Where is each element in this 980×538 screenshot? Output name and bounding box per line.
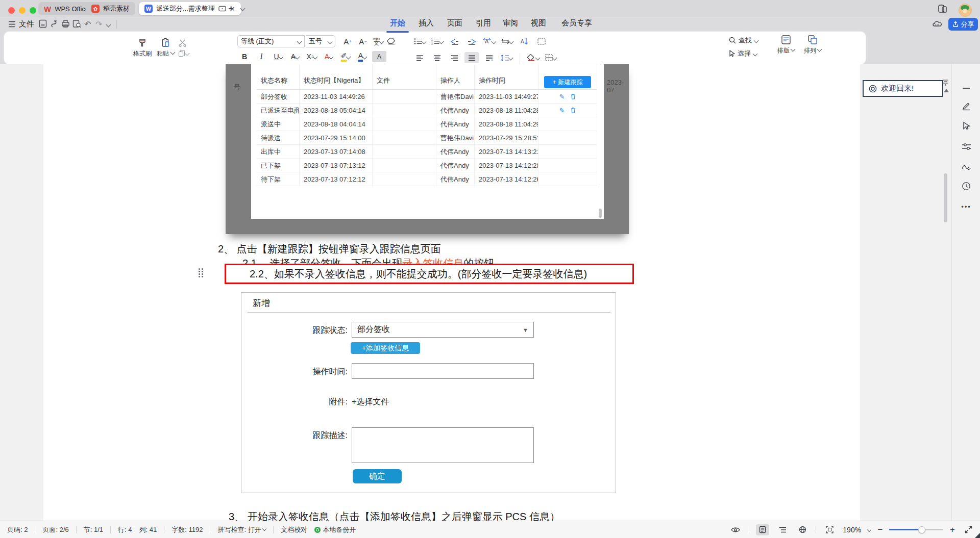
align-center-icon[interactable] [430, 52, 444, 63]
increase-font-icon[interactable]: A+ [340, 36, 355, 47]
margin-adjust-icon[interactable] [942, 80, 949, 86]
tab-list-chevron-icon[interactable] [240, 6, 246, 11]
underline-icon[interactable]: U [271, 51, 285, 62]
menu-tab-review[interactable]: 审阅 [503, 18, 518, 28]
arrange-button[interactable]: 排列 [801, 34, 824, 56]
close-window-button[interactable] [8, 7, 15, 14]
paragraph-drag-handle-icon[interactable] [199, 268, 204, 279]
status-proofread[interactable]: 文档校对 [281, 525, 307, 534]
choose-file-button[interactable]: +选择文件 [352, 397, 389, 407]
bullet-list-icon[interactable] [412, 36, 427, 47]
font-color-icon[interactable]: A [355, 51, 370, 62]
line-spacing-icon[interactable] [499, 52, 513, 63]
font-family-select[interactable]: 等线 (正文) [237, 35, 305, 47]
sort-icon[interactable]: A [517, 36, 531, 47]
zoom-window-button[interactable] [30, 7, 36, 14]
collapse-panel-icon[interactable] [959, 81, 974, 96]
cut-icon[interactable] [178, 39, 187, 47]
borders-icon[interactable] [544, 52, 558, 63]
zoom-out-button[interactable]: − [877, 525, 883, 535]
web-view-icon[interactable] [796, 524, 809, 535]
document-page[interactable]: 号 2023-07 状态名称 状态时间【Nigeria】 文件 操作人 操作时间… [43, 64, 860, 521]
clear-format-icon[interactable] [386, 37, 397, 45]
decrease-font-icon[interactable]: A− [356, 36, 370, 47]
align-left-icon[interactable] [412, 52, 427, 63]
menu-tab-insert[interactable]: 插入 [419, 18, 434, 28]
text-direction-icon[interactable]: A [482, 36, 497, 47]
paste-button[interactable]: 粘贴 [154, 37, 177, 59]
menu-tab-member[interactable]: 会员专享 [561, 18, 592, 28]
character-spacing-icon[interactable] [500, 36, 514, 47]
character-shading-icon[interactable]: A [372, 51, 386, 62]
pen-tools-icon[interactable] [959, 98, 974, 113]
select-button[interactable]: 选择 [729, 49, 757, 58]
fit-page-icon[interactable] [823, 524, 836, 535]
layout-button[interactable]: 排版 [775, 34, 797, 56]
tracking-status-select[interactable]: 部分签收 ▼ [352, 322, 534, 338]
numbered-list-icon[interactable]: 123 [430, 36, 444, 47]
outline-view-icon[interactable] [776, 524, 789, 535]
hamburger-menu-icon[interactable] [8, 21, 16, 28]
undo-icon[interactable]: ↶ [84, 19, 91, 29]
copy-button[interactable] [178, 50, 189, 57]
tab-current-document[interactable]: W 派送部分...需求整理 ✕ [139, 2, 241, 15]
print-preview-icon[interactable] [72, 19, 81, 28]
superscript-icon[interactable]: X2 [305, 51, 319, 62]
new-tab-button[interactable]: + [228, 3, 234, 14]
zoom-in-button[interactable]: + [950, 525, 955, 535]
menu-tab-view[interactable]: 视图 [531, 18, 546, 28]
operation-time-input[interactable] [352, 363, 534, 379]
increase-indent-icon[interactable] [464, 36, 479, 47]
share-button[interactable]: 分享 [948, 18, 978, 31]
show-marks-icon[interactable] [534, 36, 549, 47]
italic-icon[interactable]: I [254, 51, 268, 62]
menu-tab-page[interactable]: 页面 [447, 18, 462, 28]
print-icon[interactable] [61, 19, 70, 28]
signature-doodle-icon[interactable] [959, 159, 974, 174]
export-pdf-icon[interactable] [51, 19, 58, 28]
select-cursor-icon[interactable] [959, 118, 974, 134]
fullscreen-icon[interactable] [962, 524, 975, 535]
format-painter-button[interactable]: 格式刷 [131, 37, 154, 59]
confirm-button[interactable]: 确定 [353, 469, 402, 483]
status-spellcheck[interactable]: 拼写检查: 打开 [217, 525, 266, 534]
user-avatar[interactable] [959, 4, 972, 17]
zoom-slider[interactable] [889, 529, 943, 530]
bold-icon[interactable]: B [237, 51, 252, 62]
tracking-desc-textarea[interactable] [352, 427, 534, 463]
justify-icon[interactable] [464, 52, 479, 63]
font-size-select[interactable]: 五号 [306, 35, 335, 47]
zoom-chevron-icon[interactable] [867, 527, 871, 531]
find-button[interactable]: 查找 [729, 36, 758, 45]
screen-share-icon[interactable] [218, 6, 226, 12]
decrease-indent-icon[interactable] [447, 36, 461, 47]
adjust-settings-icon[interactable] [959, 139, 974, 154]
more-tools-icon[interactable]: ••• [959, 199, 974, 214]
add-sign-info-button[interactable]: +添加签收信息 [351, 342, 420, 354]
shading-color-icon[interactable] [526, 52, 541, 63]
sidebar-toggle-icon[interactable] [938, 5, 947, 13]
status-backup[interactable]: 本地备份开 [314, 525, 356, 534]
scroll-up-arrow-icon[interactable] [944, 89, 949, 92]
tab-docer-assets[interactable]: ✿ 稻壳素材 [86, 2, 135, 15]
minimize-window-button[interactable] [19, 7, 26, 14]
history-clock-icon[interactable] [959, 178, 974, 194]
page-view-icon[interactable] [756, 524, 769, 535]
welcome-back-popup[interactable]: 欢迎回来! [863, 80, 943, 97]
phonetic-guide-icon[interactable]: wén文 [371, 36, 385, 47]
save-icon[interactable] [39, 19, 47, 28]
menu-tab-home[interactable]: 开始 [390, 18, 405, 28]
menu-tab-reference[interactable]: 引用 [476, 18, 491, 28]
highlight-color-icon[interactable]: ✐ [338, 51, 353, 62]
distribute-icon[interactable] [482, 52, 496, 63]
file-menu-button[interactable]: 文件 [19, 19, 34, 29]
text-effects-icon[interactable]: A [322, 51, 336, 62]
strikethrough-icon[interactable]: A [288, 51, 302, 62]
cloud-sync-icon[interactable] [932, 19, 943, 28]
status-word-count[interactable]: 字数: 1192 [172, 525, 203, 534]
quick-access-chevron-icon[interactable] [106, 22, 111, 28]
zoom-slider-thumb[interactable] [918, 526, 925, 533]
document-scrollbar-thumb[interactable] [944, 173, 947, 222]
redo-icon[interactable]: ↷ [95, 19, 102, 29]
zoom-percent[interactable]: 190% [843, 526, 861, 534]
